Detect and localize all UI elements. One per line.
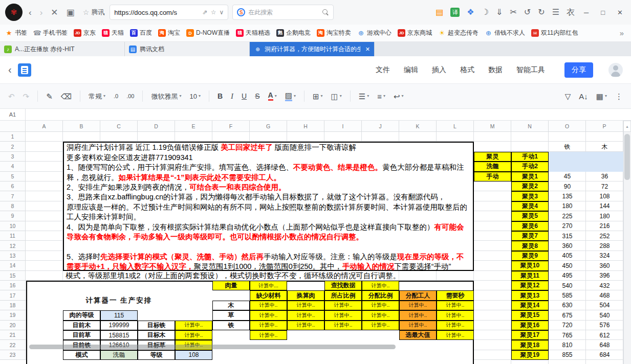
- lookup-label-聚灵18[interactable]: 聚灵18: [511, 340, 549, 350]
- cell-G18[interactable]: 计算中..: [250, 301, 287, 310]
- lookup-wood-聚灵17[interactable]: 612: [586, 330, 623, 340]
- row-header-16[interactable]: 16: [0, 281, 26, 290]
- stop-icon[interactable]: ✕: [51, 8, 58, 17]
- back-icon[interactable]: ‹: [29, 8, 32, 17]
- sort-icon[interactable]: A↓: [579, 93, 588, 100]
- lookup-label-聚灵19[interactable]: 聚灵19: [511, 350, 549, 360]
- close-button[interactable]: ✕: [617, 9, 623, 16]
- bookmark-item[interactable]: ★书签: [5, 29, 27, 37]
- row-header-18[interactable]: 18: [0, 301, 26, 310]
- bookmark-item[interactable]: 淘淘宝特卖: [317, 29, 351, 37]
- bookmark-item[interactable]: JD京东商城: [398, 29, 432, 37]
- lookup-wood-聚灵2[interactable]: 72: [586, 181, 623, 191]
- forward-icon[interactable]: ›: [40, 8, 43, 17]
- column-header-B[interactable]: B: [63, 121, 100, 132]
- lookup-label-聚灵14[interactable]: 聚灵14: [511, 301, 549, 310]
- column-header-A[interactable]: A: [26, 121, 63, 132]
- maximize-button[interactable]: □: [601, 9, 605, 16]
- lookup-label-聚灵13[interactable]: 聚灵13: [511, 290, 549, 300]
- bookmark-item[interactable]: 猫天猫: [102, 29, 124, 37]
- bookmark-item[interactable]: 猫天猫精选: [236, 29, 270, 37]
- lookup-label-聚灵15[interactable]: 聚灵15: [511, 310, 549, 320]
- cell-I18[interactable]: 计算中..: [324, 301, 362, 310]
- bookmark-item[interactable]: 淘淘宝: [158, 29, 180, 37]
- translate-icon[interactable]: 译: [450, 8, 460, 17]
- lookup-iron-聚灵11[interactable]: 495: [549, 271, 586, 281]
- cell-H18[interactable]: 计算中..: [287, 301, 324, 310]
- number-format-dropdown[interactable]: 常规▾: [89, 93, 105, 100]
- lookup-iron-聚灵4[interactable]: 180: [549, 201, 586, 211]
- redo-icon[interactable]: ↷: [23, 93, 30, 100]
- lookup-wood-聚灵16[interactable]: 576: [586, 321, 623, 330]
- lookup-wood-聚灵12[interactable]: 432: [586, 281, 623, 290]
- lookup-label-聚灵8[interactable]: 聚灵8: [511, 241, 549, 251]
- cell-K18[interactable]: 计算中..: [399, 301, 437, 310]
- cell-C20[interactable]: 199999: [100, 321, 138, 330]
- bookmark-star-icon[interactable]: ☆: [211, 9, 216, 16]
- lookup-label-聚灵2[interactable]: 聚灵2: [511, 181, 549, 191]
- decrease-decimal-icon[interactable]: .0: [114, 94, 118, 99]
- bookmark-item[interactable]: ☀超变态传奇: [438, 29, 478, 37]
- lookup-iron-聚灵19[interactable]: 855: [549, 350, 586, 360]
- minimize-button[interactable]: ─: [584, 9, 589, 16]
- lookup-iron-聚灵8[interactable]: 360: [549, 241, 586, 251]
- cell-J17[interactable]: 分配比例: [362, 290, 399, 300]
- lookup-wood-聚灵14[interactable]: 504: [586, 301, 623, 310]
- cell-G16[interactable]: 计算中...: [250, 281, 287, 290]
- cell-B19[interactable]: 肉的等级: [63, 310, 100, 320]
- lookup-iron-聚灵13[interactable]: 585: [549, 290, 586, 300]
- lookup-iron-聚灵6[interactable]: 270: [549, 221, 586, 231]
- cell-K17[interactable]: 分配工人: [399, 290, 437, 300]
- cell-K21[interactable]: 选最大值: [399, 330, 437, 340]
- menu-data[interactable]: 数据: [488, 65, 503, 75]
- lookup-iron-聚灵9[interactable]: 405: [549, 251, 586, 261]
- screenshot-icon[interactable]: ✂: [510, 8, 516, 16]
- browser-tab[interactable]: ⊕洞府计算器，方便随时计算合适的生...✕: [250, 42, 375, 56]
- lookup-iron-聚灵15[interactable]: 675: [549, 310, 586, 320]
- bookmark-item[interactable]: DD-NOW直播: [186, 29, 230, 37]
- cell-H20[interactable]: 计算中..: [287, 321, 324, 330]
- more-tools-icon[interactable]: ⋮: [615, 93, 623, 100]
- cell-J16[interactable]: 计算中..: [362, 281, 399, 290]
- lookup-iron-聚灵16[interactable]: 720: [549, 321, 586, 330]
- row-header-10[interactable]: 10: [0, 221, 26, 231]
- cell-F19[interactable]: 草: [212, 310, 250, 320]
- lookup-iron-聚灵18[interactable]: 810: [549, 340, 586, 350]
- row-header-11[interactable]: 11: [0, 231, 26, 241]
- cell-P2[interactable]: 木: [586, 142, 623, 151]
- row-header-17[interactable]: 17: [0, 290, 26, 300]
- scroll-up-button[interactable]: ▲: [623, 121, 631, 132]
- italic-button[interactable]: I: [231, 93, 233, 100]
- cell-I16[interactable]: 查找数据: [324, 281, 362, 290]
- menu-insert[interactable]: 插入: [432, 65, 446, 75]
- mode-cell-2[interactable]: 洗髓: [474, 162, 511, 171]
- select-all-corner[interactable]: [0, 121, 26, 132]
- chart-icon[interactable]: ▦▾: [596, 93, 607, 100]
- lookup-wood-聚灵11[interactable]: 396: [586, 271, 623, 281]
- share-button[interactable]: 分享: [564, 62, 593, 78]
- cell-E21[interactable]: 计算中..: [175, 330, 212, 340]
- bookmark-item[interactable]: 百百度: [130, 29, 152, 37]
- cell-G17[interactable]: 缺少材料: [250, 290, 287, 300]
- lookup-iron-聚灵5[interactable]: 225: [549, 211, 586, 221]
- cell-I20[interactable]: 计算中..: [324, 321, 362, 330]
- cell-E20[interactable]: 计算中..: [175, 321, 212, 330]
- filter-icon[interactable]: ▽: [565, 93, 571, 100]
- column-header-I[interactable]: I: [324, 121, 362, 132]
- feed-icon[interactable]: ▤: [436, 8, 443, 16]
- lookup-label-聚灵17[interactable]: 聚灵17: [511, 330, 549, 340]
- reader-mode-icon[interactable]: ▣: [67, 8, 75, 17]
- cell-B21[interactable]: 目前草: [63, 330, 100, 340]
- cell-F18[interactable]: 木: [212, 301, 250, 310]
- cell-L21[interactable]: 计算中..: [437, 330, 474, 340]
- lookup-iron-聚灵12[interactable]: 540: [549, 281, 586, 290]
- cell-reference-box[interactable]: A1: [0, 109, 26, 120]
- lookup-iron-聚灵17[interactable]: 765: [549, 330, 586, 340]
- lookup-label-手动1[interactable]: 手动1: [511, 152, 549, 162]
- cell-B20[interactable]: 目前木: [63, 321, 100, 330]
- bookmark-item[interactable]: ⊕借钱不求人: [485, 29, 525, 37]
- bookmark-item[interactable]: ☎手机书签: [33, 29, 68, 37]
- column-header-O[interactable]: O: [549, 121, 586, 132]
- row-header-6[interactable]: 6: [0, 181, 26, 191]
- cell-C21[interactable]: 158815: [100, 330, 138, 340]
